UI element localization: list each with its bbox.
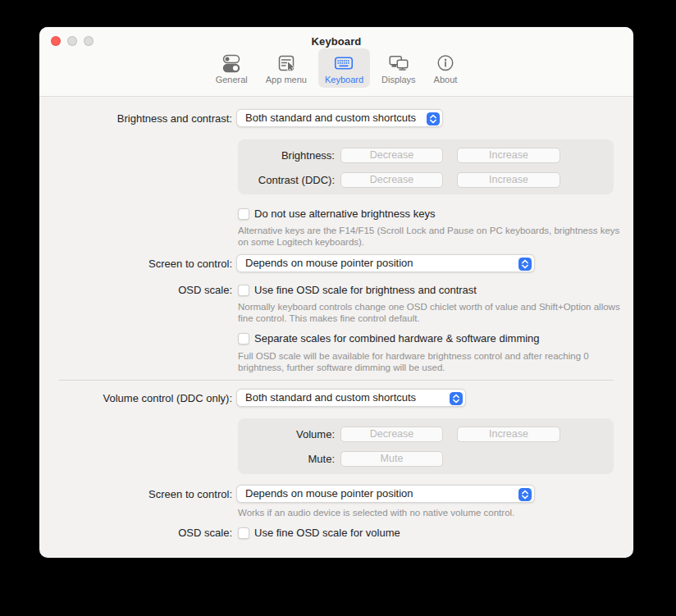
tab-app-menu-label: App menu: [266, 75, 307, 84]
tab-app-menu[interactable]: App menu: [259, 48, 313, 88]
screen-to-control-label-1: Screen to control:: [39, 258, 232, 271]
contrast-decrease-button[interactable]: Decrease: [340, 172, 443, 188]
brightness-mode-dropdown[interactable]: Both standard and custom shortcuts: [236, 109, 443, 127]
fine-osd-volume-checkbox[interactable]: [238, 527, 249, 539]
screen-to-control-dropdown-2[interactable]: Depends on mouse pointer position: [236, 485, 535, 503]
tab-general[interactable]: General: [209, 48, 254, 88]
fine-osd-brightness-label: Use fine OSD scale for brightness and co…: [254, 284, 477, 297]
mute-button[interactable]: Mute: [340, 451, 443, 467]
tab-about[interactable]: About: [427, 48, 464, 88]
tab-displays[interactable]: Displays: [375, 48, 422, 88]
tab-keyboard-label: Keyboard: [325, 75, 363, 84]
keyboard-icon: [333, 52, 354, 74]
volume-increase-button[interactable]: Increase: [457, 427, 560, 442]
osd-scale-label-1: OSD scale:: [39, 284, 232, 297]
section-divider: [59, 380, 614, 381]
fine-osd-brightness-checkbox[interactable]: [238, 285, 249, 296]
separate-scales-help: Full OSD scale will be available for har…: [238, 350, 633, 373]
toggles-icon: [221, 52, 242, 74]
contrast-increase-button[interactable]: Increase: [457, 172, 560, 188]
fine-osd-volume-label: Use fine OSD scale for volume: [254, 527, 400, 540]
screen-to-control-value-1: Depends on mouse pointer position: [245, 257, 413, 269]
preferences-window: Keyboard General: [39, 27, 633, 558]
tab-general-label: General: [216, 75, 248, 84]
brightness-decrease-button[interactable]: Decrease: [340, 148, 443, 163]
brightness-increase-button[interactable]: Increase: [457, 148, 560, 163]
screen-to-control-dropdown-1[interactable]: Depends on mouse pointer position: [236, 254, 535, 272]
toolbar: General App menu: [39, 48, 633, 88]
volume-mode-label: Volume control (DDC only):: [39, 392, 232, 405]
separate-scales-label: Separate scales for combined hardware & …: [254, 332, 540, 345]
displays-icon: [387, 52, 410, 74]
brightness-shortcuts-group: Brightness: Decrease Increase Contrast (…: [238, 139, 614, 194]
brightness-mode-label: Brightness and contrast:: [39, 112, 232, 125]
volume-mode-value: Both standard and custom shortcuts: [245, 391, 416, 404]
alt-brightness-keys-checkbox[interactable]: [238, 208, 249, 220]
alt-brightness-keys-label: Do not use alternative brightness keys: [254, 208, 435, 221]
volume-decrease-button[interactable]: Decrease: [340, 427, 443, 442]
separate-scales-checkbox[interactable]: [238, 333, 249, 345]
volume-mode-dropdown[interactable]: Both standard and custom shortcuts: [236, 389, 466, 407]
chevron-up-down-icon: [427, 112, 440, 125]
volume-row-label: Volume:: [238, 427, 335, 442]
osd-scale-label-2: OSD scale:: [39, 527, 232, 540]
brightness-row-label: Brightness:: [238, 148, 335, 163]
menu-cursor-icon: [276, 52, 297, 74]
volume-screen-help: Works if an audio device is selected wit…: [238, 507, 628, 518]
chevron-up-down-icon: [450, 392, 463, 405]
alt-brightness-keys-help: Alternative keys are the F14/F15 (Scroll…: [238, 225, 628, 248]
chevron-up-down-icon: [518, 258, 532, 271]
fine-osd-brightness-help: Normally keyboard controls change one OS…: [238, 301, 628, 324]
tab-displays-label: Displays: [381, 75, 416, 84]
chevron-up-down-icon: [518, 488, 532, 501]
screen-to-control-label-2: Screen to control:: [39, 488, 232, 501]
mute-row-label: Mute:: [238, 451, 335, 467]
brightness-mode-value: Both standard and custom shortcuts: [245, 112, 416, 124]
screen-to-control-value-2: Depends on mouse pointer position: [245, 487, 413, 500]
info-icon: [435, 52, 456, 74]
tab-about-label: About: [434, 75, 458, 84]
tab-keyboard[interactable]: Keyboard: [318, 48, 370, 88]
contrast-row-label: Contrast (DDC):: [238, 172, 335, 188]
window-title: Keyboard: [39, 35, 633, 48]
volume-shortcuts-group: Volume: Decrease Increase Mute: Mute: [238, 418, 614, 474]
titlebar: Keyboard General: [39, 27, 633, 97]
